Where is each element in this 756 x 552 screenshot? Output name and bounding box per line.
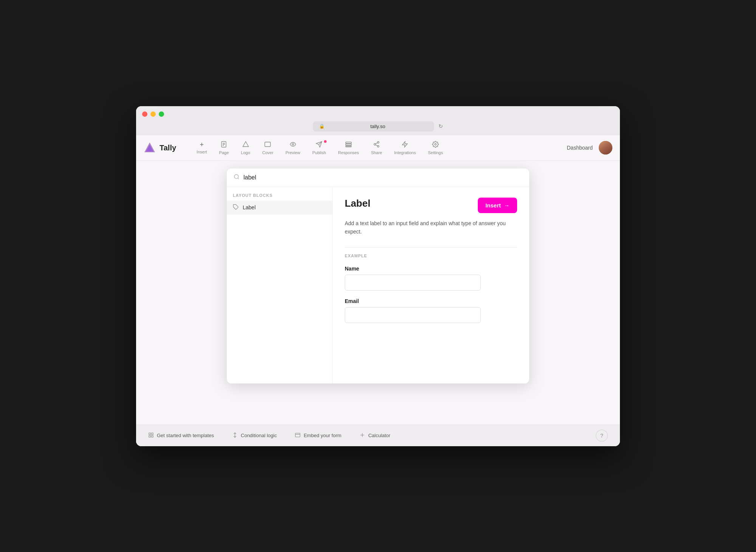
svg-rect-25 xyxy=(149,435,150,437)
svg-rect-24 xyxy=(152,435,153,437)
minimize-button[interactable] xyxy=(150,111,156,117)
detail-title: Label xyxy=(345,198,370,209)
svg-marker-17 xyxy=(403,141,408,147)
user-avatar[interactable] xyxy=(599,141,612,155)
svg-line-20 xyxy=(238,178,239,179)
calculator-item[interactable]: Calculator xyxy=(359,432,390,439)
avatar-image xyxy=(599,141,612,155)
close-button[interactable] xyxy=(142,111,147,117)
insert-label: Insert xyxy=(197,150,207,154)
insert-button[interactable]: Insert → xyxy=(478,198,517,213)
svg-rect-7 xyxy=(265,142,271,147)
lock-icon: 🔒 xyxy=(319,124,325,129)
example-label: EXAMPLE xyxy=(345,254,517,258)
layout-blocks-label: LAYOUT BLOCKS xyxy=(227,193,332,201)
templates-item[interactable]: Get started with templates xyxy=(148,432,214,439)
search-overlay: LAYOUT BLOCKS Label xyxy=(227,169,529,383)
nav-item-publish[interactable]: Publish xyxy=(307,138,331,158)
svg-rect-27 xyxy=(296,433,301,437)
help-icon: ? xyxy=(600,433,603,439)
cover-icon xyxy=(264,141,271,149)
result-item-label[interactable]: Label xyxy=(227,201,332,215)
nav-item-settings[interactable]: Settings xyxy=(423,138,448,158)
browser-window: 🔒 tally.so ↻ Tally + Insert xyxy=(136,106,620,446)
app-content: Tally + Insert xyxy=(136,135,620,446)
address-bar[interactable]: 🔒 tally.so xyxy=(313,121,434,131)
publish-notification-dot xyxy=(324,140,327,143)
svg-point-8 xyxy=(292,143,294,145)
nav-item-page[interactable]: Page xyxy=(214,138,234,158)
embed-item[interactable]: Embed your form xyxy=(295,432,341,439)
search-icon xyxy=(234,174,240,181)
logo-nav-icon xyxy=(242,141,249,149)
nav-item-share[interactable]: Share xyxy=(366,138,387,158)
share-label: Share xyxy=(371,150,382,155)
help-button[interactable]: ? xyxy=(596,430,608,442)
search-sidebar: LAYOUT BLOCKS Label xyxy=(227,187,333,383)
nav-item-logo[interactable]: Logo xyxy=(235,138,255,158)
detail-description: Add a text label to an input field and e… xyxy=(345,219,517,236)
label-result-icon xyxy=(233,204,239,211)
nav-item-cover[interactable]: Cover xyxy=(257,138,279,158)
settings-icon xyxy=(432,141,439,149)
conditional-item[interactable]: Conditional logic xyxy=(232,432,277,439)
nav-item-preview[interactable]: Preview xyxy=(280,138,305,158)
name-field-label: Name xyxy=(345,266,517,272)
email-field-input[interactable] xyxy=(345,307,481,323)
nav-items: + Insert Page xyxy=(191,138,567,158)
logo-text: Tally xyxy=(160,144,176,152)
email-field: Email xyxy=(345,298,517,323)
svg-point-19 xyxy=(234,175,239,179)
templates-label: Get started with templates xyxy=(157,433,214,438)
conditional-label: Conditional logic xyxy=(241,433,277,438)
browser-chrome: 🔒 tally.so ↻ xyxy=(136,106,620,135)
page-label: Page xyxy=(219,150,229,155)
logo-area: Tally xyxy=(144,142,176,154)
svg-line-15 xyxy=(376,145,378,146)
detail-header: Label Insert → xyxy=(345,198,517,213)
search-body: LAYOUT BLOCKS Label xyxy=(227,187,529,383)
bottom-bar: Get started with templates Conditional l… xyxy=(136,425,620,446)
svg-rect-9 xyxy=(345,142,351,144)
nav-item-insert[interactable]: + Insert xyxy=(191,138,212,157)
cover-label: Cover xyxy=(262,150,273,155)
preview-label: Preview xyxy=(285,150,300,155)
nav-item-integrations[interactable]: Integrations xyxy=(389,138,421,158)
publish-icon xyxy=(316,141,322,149)
fullscreen-button[interactable] xyxy=(159,111,164,117)
search-input[interactable] xyxy=(243,174,522,181)
svg-rect-10 xyxy=(345,144,351,145)
traffic-lights xyxy=(142,111,614,117)
dashboard-button[interactable]: Dashboard xyxy=(567,145,593,151)
svg-point-12 xyxy=(377,141,379,143)
address-bar-row: 🔒 tally.so ↻ xyxy=(142,121,614,135)
refresh-button[interactable]: ↻ xyxy=(438,123,443,129)
calculator-icon xyxy=(359,432,365,439)
embed-label: Embed your form xyxy=(304,433,341,438)
url-text: tally.so xyxy=(328,124,428,129)
search-detail: Label Insert → Add a text label to an in… xyxy=(333,187,529,383)
embed-icon xyxy=(295,432,301,439)
example-section: EXAMPLE Name Email xyxy=(345,247,517,331)
top-nav: Tally + Insert xyxy=(136,135,620,161)
tally-logo-icon xyxy=(144,142,156,154)
main-content: LAYOUT BLOCKS Label xyxy=(136,161,620,425)
responses-label: Responses xyxy=(338,150,359,155)
nav-item-responses[interactable]: Responses xyxy=(333,138,364,158)
insert-icon: + xyxy=(200,141,204,148)
search-header xyxy=(227,169,529,187)
conditional-icon xyxy=(232,432,238,439)
integrations-icon xyxy=(401,141,408,149)
publish-label: Publish xyxy=(312,150,326,155)
result-label-text: Label xyxy=(243,204,256,210)
templates-icon xyxy=(148,432,154,439)
svg-rect-23 xyxy=(152,433,153,434)
responses-icon xyxy=(345,141,352,149)
arrow-icon: → xyxy=(504,202,510,209)
svg-point-14 xyxy=(377,145,379,147)
svg-point-18 xyxy=(435,143,437,145)
svg-point-13 xyxy=(374,143,376,145)
share-icon xyxy=(373,141,380,149)
name-field-input[interactable] xyxy=(345,275,481,291)
email-field-label: Email xyxy=(345,298,517,304)
